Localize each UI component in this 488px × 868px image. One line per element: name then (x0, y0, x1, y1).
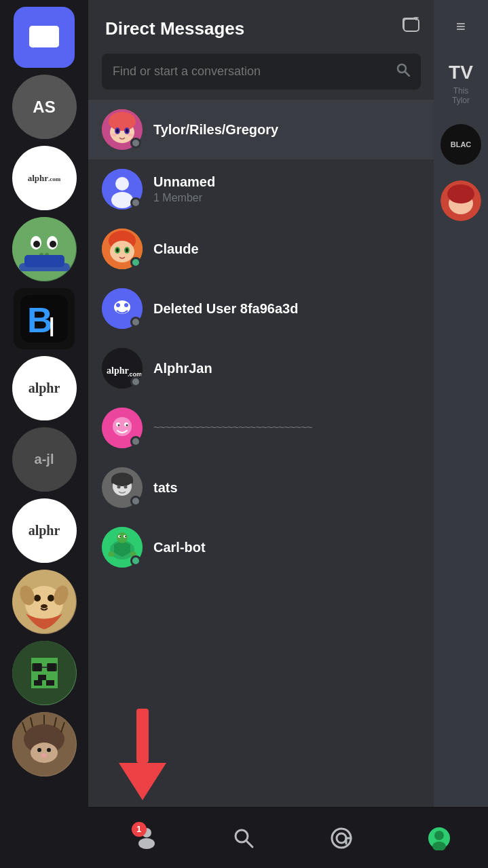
conversation-item-tats[interactable]: tats (88, 458, 434, 517)
conv-name-unnamed: Unnamed (153, 174, 215, 190)
conv-name-wavy: ~~~~~~~~~~~~~~~~~~~~~~~~~~~~ (153, 422, 312, 434)
server-minecraft[interactable] (12, 641, 77, 705)
svg-rect-29 (46, 680, 54, 686)
mentions-icon (329, 826, 354, 850)
nav-item-search[interactable] (195, 826, 293, 850)
svg-rect-28 (34, 680, 42, 686)
conv-sub-unnamed: 1 Member (153, 192, 215, 204)
dm-title: Direct Messages (105, 18, 244, 39)
svg-rect-31 (47, 663, 57, 671)
svg-point-51 (109, 112, 136, 131)
right-panel: ≡ TV This Tylor BLAC (434, 0, 488, 827)
svg-rect-26 (38, 675, 42, 680)
svg-point-41 (37, 748, 41, 752)
svg-point-80 (118, 425, 120, 427)
svg-point-116 (434, 831, 444, 840)
svg-point-59 (115, 177, 129, 191)
svg-text:|: | (49, 314, 54, 336)
svg-point-43 (41, 753, 47, 757)
conv-name-carlbot: Carl-bot (153, 540, 206, 555)
server-alphr-3[interactable]: alphr (12, 498, 77, 563)
avatar-wrapper-deleted (102, 288, 143, 329)
nav-item-profile[interactable] (390, 826, 488, 850)
svg-rect-30 (32, 663, 42, 671)
conv-name-deleted: Deleted User 8fa96a3d (153, 301, 298, 317)
right-tv-label: TV (449, 62, 473, 83)
conv-name-tats: tats (153, 480, 178, 496)
search-bar[interactable] (102, 54, 421, 90)
svg-point-56 (111, 134, 117, 136)
conversation-item-deleted[interactable]: Deleted User 8fa96a3d (88, 279, 434, 338)
conv-info-alphrjan: AlphrJan (153, 361, 212, 376)
conversation-item-unnamed[interactable]: Unnamed 1 Member (88, 159, 434, 219)
conversation-item-tylor[interactable]: Tylor/Riles/Gregory (88, 100, 434, 159)
conversation-item-claude[interactable]: Claude (88, 219, 434, 279)
server-alphr-1[interactable]: alphr.com (12, 146, 77, 210)
search-icon (396, 63, 410, 80)
search-input[interactable] (113, 64, 390, 79)
svg-point-54 (116, 129, 119, 133)
svg-point-71 (116, 303, 120, 307)
avatar-wrapper-alphrjan: alphr .com (102, 348, 143, 389)
svg-point-7 (50, 241, 56, 248)
avatar-wrapper-unnamed (102, 169, 143, 210)
server-ajl[interactable]: a-jl (12, 427, 77, 492)
server-dog[interactable] (12, 570, 77, 634)
svg-text:alphr: alphr (107, 366, 129, 376)
svg-point-19 (41, 604, 48, 608)
dm-home-button[interactable] (14, 7, 75, 68)
status-dot-carlbot (130, 555, 141, 566)
server-alphr-2[interactable]: alphr (12, 356, 77, 420)
svg-point-95 (125, 536, 126, 537)
svg-point-17 (34, 595, 41, 601)
hamburger-menu[interactable]: ≡ (456, 17, 466, 36)
arrow-body (136, 709, 149, 763)
server-sidebar: AS alphr.com B | (0, 0, 88, 868)
conversation-item-alphrjan[interactable]: alphr .com AlphrJan (88, 338, 434, 398)
nav-item-mentions[interactable] (293, 826, 390, 850)
conv-info-tylor: Tylor/Riles/Gregory (153, 122, 278, 138)
svg-point-112 (337, 833, 346, 843)
status-dot-deleted (130, 317, 141, 328)
svg-point-108 (138, 838, 155, 849)
server-b[interactable]: B | (14, 288, 75, 349)
svg-point-55 (126, 129, 128, 133)
svg-point-94 (119, 536, 121, 537)
svg-point-91 (117, 532, 128, 543)
right-panel-content: TV This Tylor (449, 62, 473, 105)
svg-point-87 (124, 486, 128, 489)
svg-point-100 (447, 184, 474, 203)
server-hedgehog[interactable] (12, 712, 77, 776)
conv-name-tylor: Tylor/Riles/Gregory (153, 122, 278, 138)
svg-rect-11 (24, 255, 64, 267)
svg-line-110 (246, 841, 252, 847)
svg-point-6 (33, 241, 40, 248)
right-tylor-label: Tylor (449, 96, 473, 105)
conv-info-carlbot: Carl-bot (153, 540, 206, 555)
avatar-wrapper-tats (102, 467, 143, 508)
svg-point-66 (116, 248, 119, 252)
dm-panel: Direct Messages + (88, 0, 434, 827)
svg-point-70 (114, 300, 130, 314)
svg-point-86 (117, 486, 121, 489)
conv-name-alphrjan: AlphrJan (153, 361, 212, 376)
avatar-wrapper-claude (102, 229, 143, 269)
status-dot-tats (130, 496, 141, 507)
user-as-avatar[interactable]: AS (12, 75, 77, 139)
nav-item-friends[interactable]: 1 (98, 825, 195, 852)
dm-header: Direct Messages + (88, 0, 434, 50)
conversation-item-carlbot[interactable]: Carl-bot (88, 517, 434, 577)
svg-rect-27 (42, 675, 46, 680)
svg-rect-85 (111, 479, 133, 484)
conv-info-deleted: Deleted User 8fa96a3d (153, 301, 298, 317)
arrow-head (119, 763, 166, 800)
conv-info-unnamed: Unnamed 1 Member (153, 174, 215, 204)
server-pepe[interactable] (12, 217, 77, 281)
conversation-item-wavy[interactable]: ~~~~~~~~~~~~~~~~~~~~~~~~~~~~ (88, 398, 434, 458)
svg-point-42 (47, 748, 51, 752)
avatar-wrapper-wavy (102, 408, 143, 448)
conv-name-claude: Claude (153, 241, 199, 257)
status-dot-tylor (130, 138, 141, 149)
new-dm-button[interactable]: + (402, 17, 421, 40)
status-dot-claude (130, 257, 141, 268)
